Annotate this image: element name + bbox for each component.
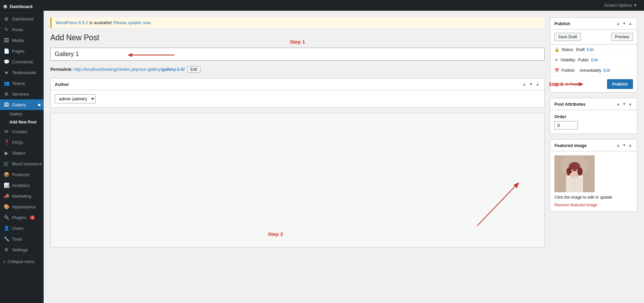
- remove-featured-image-button[interactable]: Remove featured image: [554, 203, 597, 207]
- sidebar-logo[interactable]: ⊞ Dashboard: [0, 0, 44, 13]
- featured-image-box: Featured image ▲ ▼ ▲: [550, 139, 637, 212]
- author-meta-box-header[interactable]: Author ▲ ▼ ▲: [51, 79, 544, 90]
- sidebar-item-teams[interactable]: 👥 Teams: [0, 78, 44, 89]
- screen-options-label: Screen Options: [604, 3, 632, 8]
- sidebar-item-label: Settings: [12, 247, 28, 252]
- visibility-edit-link[interactable]: Edit: [591, 58, 598, 62]
- sidebar-item-posts[interactable]: ✎ Posts: [0, 24, 44, 35]
- author-meta-box-controls: ▲ ▼ ▲: [522, 81, 540, 87]
- order-label: Order: [554, 114, 633, 119]
- update-now-link[interactable]: Please update now.: [113, 20, 151, 25]
- screen-options-button[interactable]: Screen Options ▼: [601, 2, 640, 9]
- post-title-input[interactable]: [50, 48, 545, 61]
- svg-point-20: [570, 173, 574, 176]
- preview-button[interactable]: Preview: [611, 33, 633, 41]
- gallery-submenu: Gallery Add New Post: [0, 110, 44, 126]
- status-edit-link[interactable]: Edit: [587, 47, 594, 52]
- attributes-collapse-up-button[interactable]: ▲: [615, 101, 621, 107]
- post-content-area[interactable]: Step 2: [50, 113, 545, 247]
- plugins-badge: 3: [30, 215, 35, 220]
- sidebar-item-label: Services: [12, 92, 29, 97]
- sidebar-item-label: Posts: [12, 27, 23, 32]
- step2-arrow: [457, 179, 524, 234]
- sidebar-item-pages[interactable]: 📄 Pages: [0, 46, 44, 56]
- author-select[interactable]: admin (admin): [55, 94, 96, 103]
- permalink-edit-button[interactable]: Edit: [187, 66, 200, 73]
- author-collapse-up-button[interactable]: ▲: [522, 81, 527, 87]
- settings-icon: ⚙: [3, 247, 9, 252]
- teams-icon: 👥: [3, 81, 9, 86]
- post-attributes-title: Post Attributes: [554, 102, 586, 107]
- sidebar-item-tools[interactable]: 🔧 Tools: [0, 234, 44, 244]
- sidebar-item-products[interactable]: 📦 Products: [0, 169, 44, 180]
- sidebar-item-label: Teams: [12, 81, 25, 86]
- publish-schedule-row: 📅 Publish immediately Edit: [550, 65, 637, 76]
- attributes-collapse-toggle-button[interactable]: ▲: [628, 101, 633, 107]
- publish-collapse-down-button[interactable]: ▼: [622, 20, 627, 27]
- sidebar-item-faqs[interactable]: ❓ FAQs: [0, 137, 44, 148]
- featured-image-hint: Click the image to edit or update: [554, 195, 633, 200]
- featured-collapse-toggle-button[interactable]: ▲: [628, 142, 633, 148]
- author-collapse-down-button[interactable]: ▼: [528, 81, 534, 87]
- author-meta-box-body: admin (admin): [51, 90, 544, 107]
- featured-image-thumbnail[interactable]: [554, 155, 595, 192]
- testimonials-icon: ★: [3, 70, 9, 75]
- permalink-url[interactable]: http://localhost/testing2/index.php/our-…: [74, 67, 185, 72]
- featured-collapse-down-button[interactable]: ▼: [622, 142, 627, 148]
- sidebar-item-testimonials[interactable]: ★ Testimonials: [0, 67, 44, 78]
- sidebar-sub-gallery[interactable]: Gallery: [0, 110, 44, 118]
- topbar: Screen Options ▼: [44, 0, 644, 11]
- sidebar-item-marketing[interactable]: 📣 Marketing: [0, 191, 44, 201]
- sidebar-item-services[interactable]: ⚙ Services: [0, 89, 44, 99]
- move-to-trash-button[interactable]: Move to Trash: [554, 82, 580, 87]
- publish-collapse-up-button[interactable]: ▲: [615, 20, 621, 27]
- wp-logo-icon: ⊞: [3, 4, 7, 9]
- status-label: Status:: [561, 47, 574, 52]
- sidebar-item-plugins[interactable]: 🔌 Plugins 3: [0, 212, 44, 223]
- sidebar-item-label: Media: [12, 38, 24, 43]
- post-attributes-box: Post Attributes ▲ ▼ ▲ Order: [550, 98, 637, 134]
- author-collapse-toggle-button[interactable]: ▲: [535, 81, 540, 87]
- sidebar-item-gallery[interactable]: 🖼 Gallery ◀: [0, 99, 44, 110]
- sidebar-item-sliders[interactable]: ▶ Sliders: [0, 148, 44, 158]
- sidebar-item-contact[interactable]: ✉ Contact: [0, 126, 44, 137]
- sidebar-item-label: Appearance: [12, 204, 36, 209]
- post-attributes-header: Post Attributes ▲ ▼ ▲: [550, 98, 637, 110]
- sidebar-item-appearance[interactable]: 🎨 Appearance: [0, 201, 44, 212]
- plugins-icon: 🔌: [3, 215, 9, 220]
- svg-marker-3: [513, 182, 519, 188]
- sidebar-item-label: Tools: [12, 237, 22, 242]
- visibility-value: Public: [578, 58, 589, 62]
- collapse-menu-button[interactable]: « Collapse menu: [0, 255, 44, 268]
- sidebar-item-settings[interactable]: ⚙ Settings: [0, 244, 44, 255]
- sidebar-item-label: Sliders: [12, 151, 26, 156]
- sidebar-item-label: Testimonials: [12, 70, 36, 75]
- collapse-label: Collapse menu: [8, 259, 35, 264]
- publish-when: [577, 68, 578, 73]
- publish-button[interactable]: Publish: [607, 79, 633, 89]
- sidebar-item-analytics[interactable]: 📊 Analytics: [0, 180, 44, 191]
- publish-collapse-toggle-button[interactable]: ▲: [628, 20, 633, 27]
- sidebar-item-users[interactable]: 👤 Users: [0, 223, 44, 234]
- featured-image-controls: ▲ ▼ ▲: [615, 142, 633, 148]
- sidebar-item-label: FAQs: [12, 140, 23, 145]
- sidebar-item-label: Products: [12, 172, 29, 177]
- sidebar-item-label: Dashboard: [12, 16, 34, 21]
- sidebar-item-woocommerce[interactable]: 🛒 WooCommerce: [0, 158, 44, 169]
- sidebar-item-media[interactable]: 🖼 Media: [0, 35, 44, 46]
- svg-point-14: [577, 167, 583, 175]
- post-attributes-controls: ▲ ▼ ▲: [615, 101, 633, 107]
- status-value: Draft: [576, 47, 585, 52]
- wp-version-link[interactable]: WordPress 6.5.2: [56, 20, 88, 25]
- save-draft-button[interactable]: Save Draft: [554, 33, 581, 41]
- services-icon: ⚙: [3, 91, 9, 97]
- sidebar-item-dashboard[interactable]: ⊞ Dashboard: [0, 13, 44, 24]
- attributes-collapse-down-button[interactable]: ▼: [622, 101, 627, 107]
- featured-collapse-up-button[interactable]: ▲: [615, 142, 621, 148]
- order-input[interactable]: [554, 121, 578, 130]
- main-column: WordPress 6.5.2 is available! Please upd…: [50, 17, 545, 296]
- sidebar-sub-add-new-post[interactable]: Add New Post: [0, 118, 44, 126]
- publish-schedule-edit-link[interactable]: Edit: [603, 68, 610, 73]
- publish-box-header: Publish ▲ ▼ ▲: [550, 18, 637, 30]
- sidebar-item-comments[interactable]: 💬 Comments: [0, 56, 44, 67]
